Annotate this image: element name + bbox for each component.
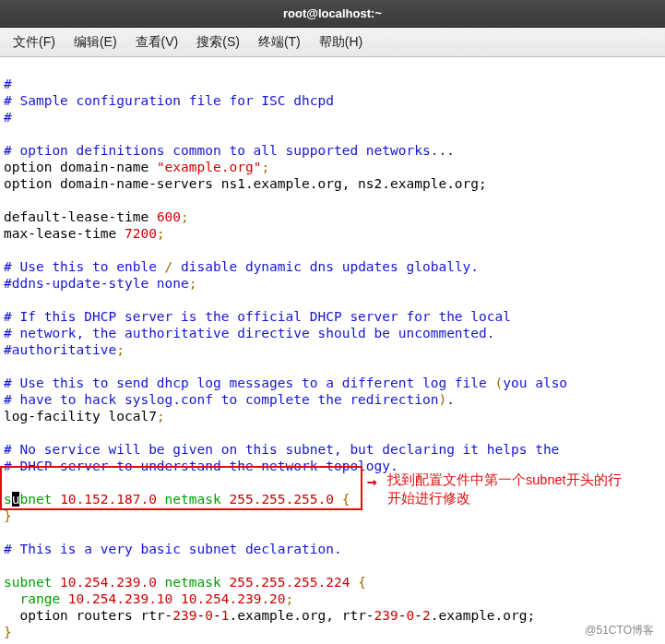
menu-help[interactable]: 帮助(H)	[310, 30, 372, 54]
menu-edit[interactable]: 编辑(E)	[65, 30, 126, 54]
config-line: # No service will be given on this subne…	[4, 442, 559, 457]
config-line: # If this DHCP server is the official DH…	[4, 309, 511, 324]
menu-file[interactable]: 文件(F)	[4, 30, 65, 54]
window-title: root@localhost:~	[283, 6, 382, 20]
config-line: option routers rtr-239-0-1.example.org, …	[4, 608, 535, 623]
terminal-content[interactable]: # # Sample configuration file for ISC dh…	[0, 57, 665, 644]
config-line: # This is a very basic subnet declaratio…	[4, 542, 342, 556]
window-titlebar: root@localhost:~	[0, 0, 665, 28]
config-line: #authoritative;	[4, 342, 125, 357]
config-line: option domain-name "example.org";	[4, 160, 269, 174]
config-line: option domain-name-servers ns1.example.o…	[4, 176, 487, 191]
config-line: range 10.254.239.10 10.254.239.20;	[4, 591, 293, 606]
config-line: }	[4, 625, 12, 639]
config-line: # Use this to enble / disable dynamic dn…	[4, 259, 479, 274]
menu-view[interactable]: 查看(V)	[126, 30, 188, 54]
config-line: # network, the authoritative directive s…	[4, 326, 495, 340]
config-line: # Use this to send dhcp log messages to …	[4, 376, 567, 390]
config-line: # Sample configuration file for ISC dhcp…	[4, 93, 334, 108]
config-line: default-lease-time 600;	[4, 209, 189, 224]
config-line: subnet 10.254.239.0 netmask 255.255.255.…	[4, 575, 366, 590]
config-line: # option definitions common to all suppo…	[4, 143, 455, 158]
watermark: @51CTO博客	[585, 623, 654, 638]
menu-terminal[interactable]: 终端(T)	[249, 30, 310, 54]
config-line: #ddns-update-style none;	[4, 276, 197, 291]
config-line: log-facility local7;	[4, 409, 165, 423]
config-line: # have to hack syslog.conf to complete t…	[4, 392, 455, 407]
menu-bar: 文件(F) 编辑(E) 查看(V) 搜索(S) 终端(T) 帮助(H)	[0, 28, 665, 57]
menu-search[interactable]: 搜索(S)	[187, 30, 249, 54]
config-line: max-lease-time 7200;	[4, 226, 165, 241]
config-line: #	[4, 77, 12, 91]
config-line: # DHCP server to understand the network …	[4, 459, 398, 473]
config-line: }	[4, 508, 12, 523]
config-line: #	[4, 110, 12, 125]
subnet-line-first: subnet 10.152.187.0 netmask 255.255.255.…	[4, 492, 350, 507]
